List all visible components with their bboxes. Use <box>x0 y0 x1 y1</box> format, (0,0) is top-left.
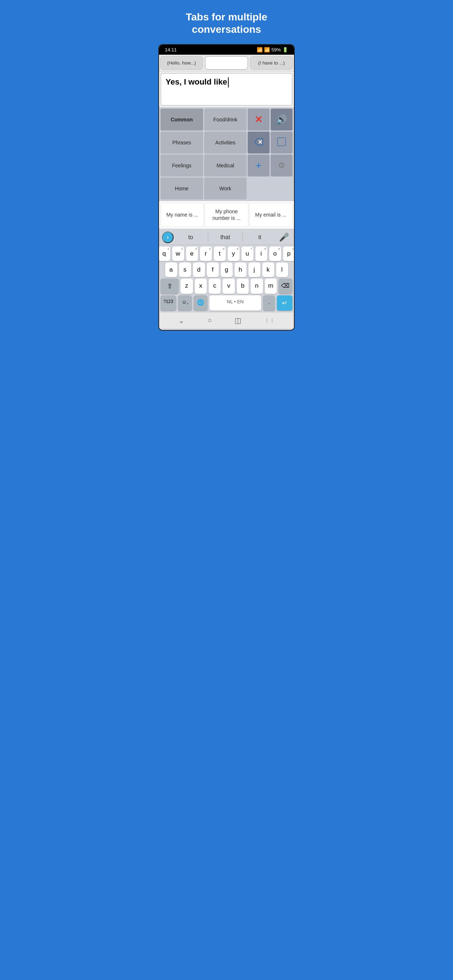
suggestions-arrow[interactable]: › <box>162 232 174 243</box>
suggestions-row: › to that it 🎤 <box>160 230 293 245</box>
key-p[interactable]: p0 <box>283 247 295 261</box>
svg-rect-2 <box>278 138 286 146</box>
key-h[interactable]: h <box>234 262 247 277</box>
clear-button[interactable]: ✕ <box>248 109 270 130</box>
category-home[interactable]: Home <box>161 178 203 199</box>
plus-icon: + <box>256 160 262 171</box>
category-work[interactable]: Work <box>204 178 247 199</box>
category-food[interactable]: Food/drink <box>204 109 247 130</box>
sound-icon: 🔊 <box>276 115 287 125</box>
page-title: Tabs for multiple conversations <box>158 11 295 35</box>
key-row-3: ⇧ z x c v b n m ⌫ <box>161 278 292 294</box>
battery-text: 59% <box>271 47 281 52</box>
key-shift[interactable]: ⇧ <box>161 278 179 294</box>
key-b[interactable]: b <box>237 278 249 294</box>
keyboard: › to that it 🎤 q1 w2 e3 r4 t5 y6 u7 i8 o… <box>159 229 294 330</box>
category-phrases[interactable]: Phrases <box>161 132 203 153</box>
category-grid: Common Food/drink ✕ 🔊 Phrases Activities <box>159 107 294 201</box>
key-z[interactable]: z <box>180 278 193 294</box>
key-space[interactable]: NL • EN <box>209 295 262 310</box>
empty-cell-1 <box>248 178 270 199</box>
signal-icon: 📶 <box>264 47 270 52</box>
key-j[interactable]: j <box>248 262 260 277</box>
text-input-area[interactable]: Yes, I would like <box>161 73 292 106</box>
category-activities[interactable]: Activities <box>204 132 247 153</box>
wifi-icon: 📶 <box>257 47 263 52</box>
sound-button[interactable]: 🔊 <box>271 109 292 130</box>
key-o[interactable]: o9 <box>269 247 281 261</box>
key-v[interactable]: v <box>222 278 234 294</box>
time-display: 14:11 <box>165 47 177 52</box>
add-button[interactable]: + <box>248 154 270 177</box>
key-x[interactable]: x <box>195 278 207 294</box>
clear-icon: ✕ <box>255 114 263 126</box>
key-r[interactable]: r4 <box>200 247 212 261</box>
backspace-icon <box>254 138 263 148</box>
mic-icon[interactable]: 🎤 <box>277 232 291 242</box>
nav-keyboard[interactable]: ⋮⋮ <box>265 318 274 323</box>
key-q[interactable]: q1 <box>158 247 170 261</box>
tab-hello[interactable]: (Hello, how...) <box>160 56 203 70</box>
key-u[interactable]: u7 <box>241 247 254 261</box>
settings-button[interactable]: ⚙ <box>271 154 292 177</box>
key-t[interactable]: t5 <box>214 247 226 261</box>
key-i[interactable]: i8 <box>255 247 267 261</box>
key-row-4: ?123 ☺, 🌐 NL • EN . ↵ <box>161 295 292 310</box>
tab-have-to[interactable]: (I have to ...) <box>250 56 293 70</box>
category-feelings[interactable]: Feelings <box>161 154 203 177</box>
phone-frame: 14:11 📶 📶 59% 🔋 (Hello, how...) (I have … <box>158 44 295 330</box>
nav-home[interactable]: ○ <box>207 316 212 325</box>
key-numeric[interactable]: ?123 <box>161 295 176 310</box>
key-g[interactable]: g <box>221 262 233 277</box>
key-globe[interactable]: 🌐 <box>194 295 207 310</box>
category-common[interactable]: Common <box>161 109 203 130</box>
status-bar: 14:11 📶 📶 59% 🔋 <box>159 45 294 55</box>
key-backspace[interactable]: ⌫ <box>279 278 292 294</box>
key-y[interactable]: y6 <box>228 247 239 261</box>
suggestion-that[interactable]: that <box>208 232 242 242</box>
phrase-email[interactable]: My email is ... <box>249 203 292 227</box>
nav-chevron-down[interactable]: ⌄ <box>179 316 185 325</box>
nav-recents[interactable]: ◫ <box>234 316 241 325</box>
key-n[interactable]: n <box>250 278 263 294</box>
key-f[interactable]: f <box>207 262 219 277</box>
nav-bar: ⌄ ○ ◫ ⋮⋮ <box>160 312 293 328</box>
key-k[interactable]: k <box>262 262 274 277</box>
key-row-1: q1 w2 e3 r4 t5 y6 u7 i8 o9 p0 <box>161 247 292 261</box>
key-c[interactable]: c <box>209 278 221 294</box>
empty-cell-2 <box>271 178 292 199</box>
phrase-name[interactable]: My name is ... <box>161 203 204 227</box>
battery-icon: 🔋 <box>282 47 288 52</box>
key-emoji[interactable]: ☺, <box>178 295 192 310</box>
status-icons: 📶 📶 59% 🔋 <box>257 47 288 52</box>
tabs-row: (Hello, how...) (I have to ...) <box>159 55 294 72</box>
key-l[interactable]: l <box>276 262 288 277</box>
category-medical[interactable]: Medical <box>204 154 247 177</box>
phrase-phone[interactable]: My phone number is ... <box>205 203 248 227</box>
expand-icon <box>277 137 286 148</box>
app-wrapper: Tabs for multiple conversations 14:11 📶 … <box>151 0 302 342</box>
key-row-2: a s d f g h j k l <box>161 262 292 277</box>
key-w[interactable]: w2 <box>172 247 184 261</box>
phrase-row: My name is ... My phone number is ... My… <box>159 201 294 228</box>
text-content: Yes, I would like <box>166 77 227 87</box>
suggestion-to[interactable]: to <box>174 232 208 242</box>
expand-button[interactable] <box>271 132 292 153</box>
key-s[interactable]: s <box>179 262 191 277</box>
key-enter[interactable]: ↵ <box>277 295 292 310</box>
key-a[interactable]: a <box>165 262 177 277</box>
suggestion-it[interactable]: it <box>242 232 277 242</box>
cursor <box>228 77 229 88</box>
key-m[interactable]: m <box>265 278 277 294</box>
gear-icon: ⚙ <box>278 161 285 170</box>
key-d[interactable]: d <box>193 262 205 277</box>
key-period[interactable]: . <box>263 295 275 310</box>
key-e[interactable]: e3 <box>186 247 198 261</box>
tab-active[interactable] <box>205 56 248 70</box>
backspace-button[interactable] <box>248 132 270 153</box>
